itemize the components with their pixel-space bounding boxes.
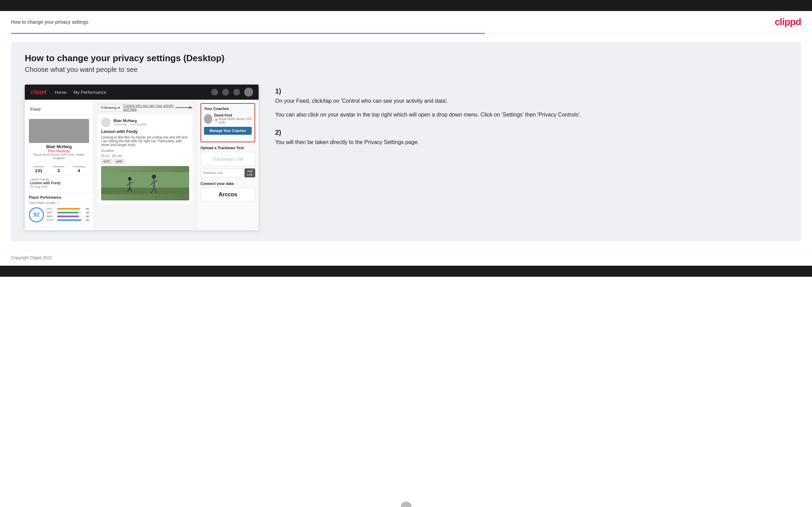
location-dot-icon: 📍 xyxy=(214,119,218,122)
profile-handicap: Plus Handicap xyxy=(29,149,89,153)
add-link-button[interactable]: Add Link xyxy=(245,168,255,177)
trackman-input-row: Add Link xyxy=(201,168,255,177)
post-golf-image xyxy=(101,166,189,200)
coaches-section-title: Your Coaches xyxy=(204,107,252,111)
step2-text xyxy=(283,130,284,136)
manage-coaches-button[interactable]: Manage Your Coaches xyxy=(204,127,252,135)
app-right-panel: Your Coaches David Ford 📍 Royal North De… xyxy=(197,100,259,230)
stat-activities: Activities 131 xyxy=(33,165,44,173)
player-performance: Player Performance Total Player Quality … xyxy=(25,192,93,225)
stat-followers-label: Followers xyxy=(53,165,64,168)
feed-tab[interactable]: Feed xyxy=(25,104,93,115)
golfer-svg xyxy=(101,166,189,200)
profile-name: Blair McHarg xyxy=(29,144,89,149)
post-duration-label: Duration xyxy=(101,149,189,153)
instruction-step-1: 1) On your Feed, click/tap on 'Control w… xyxy=(275,87,787,119)
stat-following-label: Following xyxy=(73,165,85,168)
bar-arg: ARG 86 xyxy=(47,215,89,218)
coach-item: David Ford 📍 Royal North Devon Golf Club xyxy=(204,113,252,124)
app-screenshot: clippd Home My Performance Feed xyxy=(25,85,787,230)
connect-section-title: Connect your data xyxy=(201,181,255,186)
top-bar xyxy=(0,0,812,11)
app-logo: clippd xyxy=(30,89,46,95)
post-tags: OTT APP xyxy=(101,159,189,164)
arccos-badge: Arccos xyxy=(201,188,255,201)
header: How to change your privacy settings clip… xyxy=(0,11,812,33)
following-button[interactable]: Following ▾ xyxy=(98,104,123,111)
post-description: Looking to feel like my hands are exitin… xyxy=(101,135,189,147)
post-user-info: Blair McHarg Yesterday · Sunningdale xyxy=(113,119,147,126)
bar-putt-val: 96 xyxy=(84,219,89,222)
arrow-right-icon xyxy=(175,105,193,110)
svg-point-10 xyxy=(152,174,156,179)
upload-section: Upload a Trackman Test Trackman Link Add… xyxy=(201,146,255,177)
bar-putt-label: PUTT xyxy=(47,219,56,222)
profile-stats: Activities 131 Followers 3 Following 4 xyxy=(29,163,89,176)
stat-following-value: 4 xyxy=(73,168,85,173)
footer: Copyright Clippd 2022 xyxy=(0,250,812,266)
bar-app-fill xyxy=(57,212,78,213)
post-user-avatar xyxy=(101,118,111,127)
bar-ott-label: OTT xyxy=(47,207,56,210)
search-icon[interactable] xyxy=(211,89,218,96)
clippd-logo: clippd xyxy=(775,16,801,27)
coach-club: 📍 Royal North Devon Golf Club xyxy=(214,117,252,124)
bar-ott-val: 90 xyxy=(84,207,89,210)
nav-home[interactable]: Home xyxy=(55,90,67,95)
stat-activities-value: 131 xyxy=(33,168,44,173)
instruction-step-2: 2) You will then be taken directly to th… xyxy=(275,129,787,147)
post-meta: Yesterday · Sunningdale xyxy=(113,123,147,126)
quality-area: 92 OTT 90 APP xyxy=(29,207,89,222)
quality-label: Total Player Quality ⓘ xyxy=(29,201,89,205)
svg-point-4 xyxy=(128,177,131,180)
coaches-section: Your Coaches David Ford 📍 Royal North De… xyxy=(204,107,252,135)
stat-activities-label: Activities xyxy=(33,165,44,168)
profile-club: Royal North Devon Golf Club, United King… xyxy=(29,153,89,160)
avatar-icon[interactable] xyxy=(244,88,253,97)
page-browser-title: How to change your privacy settings xyxy=(11,19,88,25)
header-divider xyxy=(11,33,801,34)
page-title: How to change your privacy settings (Des… xyxy=(25,53,787,64)
score-circle: 92 xyxy=(29,207,44,222)
nav-links: Home My Performance xyxy=(55,90,106,95)
step2-number: 2) xyxy=(275,129,281,136)
control-privacy-link[interactable]: Control who can see your activity and da… xyxy=(123,104,174,111)
post-username: Blair McHarg xyxy=(113,119,147,123)
stat-followers-value: 3 xyxy=(53,168,64,173)
performance-title: Player Performance xyxy=(29,196,89,199)
mock-app-window: clippd Home My Performance Feed xyxy=(25,85,259,230)
bar-ott: OTT 90 xyxy=(47,207,89,210)
nav-my-performance[interactable]: My Performance xyxy=(74,90,106,95)
bar-putt-track xyxy=(57,219,82,221)
app-body: Feed Blair McHarg Plus Handicap Royal No… xyxy=(25,100,259,230)
trackman-link-input[interactable] xyxy=(201,168,243,177)
connect-section: Connect your data Arccos xyxy=(201,181,255,201)
bar-app: APP 85 xyxy=(47,211,89,214)
user-icon[interactable] xyxy=(222,89,229,96)
page-subtitle: Choose what you want people to see xyxy=(25,66,787,74)
bar-arg-val: 86 xyxy=(84,215,89,218)
stat-following: Following 4 xyxy=(73,165,85,173)
instructions-panel: 1) On your Feed, click/tap on 'Control w… xyxy=(270,85,787,156)
step1-number: 1) xyxy=(275,87,281,95)
bar-putt-fill xyxy=(57,219,81,221)
step1-content: 1) On your Feed, click/tap on 'Control w… xyxy=(275,87,787,119)
location-icon[interactable] xyxy=(233,89,240,96)
bar-arg-track xyxy=(57,216,82,217)
bar-putt: PUTT 96 xyxy=(47,219,89,222)
bar-arg-fill xyxy=(57,216,79,217)
latest-activity-title: Lesson with Fordy xyxy=(30,181,88,185)
latest-activity-date: 03 Aug 2022 xyxy=(30,185,88,188)
tag-ott: OTT xyxy=(101,159,112,164)
coach-info: David Ford 📍 Royal North Devon Golf Club xyxy=(214,113,252,124)
profile-cover xyxy=(29,119,89,143)
dropdown-chevron-icon: ▾ xyxy=(118,106,120,110)
app-navbar: clippd Home My Performance xyxy=(25,85,259,100)
following-label: Following xyxy=(101,106,117,110)
trackman-placeholder: Trackman Link xyxy=(201,152,255,166)
tag-app: APP xyxy=(113,159,124,164)
feed-post: Blair McHarg Yesterday · Sunningdale Les… xyxy=(98,114,193,204)
coach-name: David Ford xyxy=(214,113,252,117)
feed-header: Following ▾ Control who can see your act… xyxy=(98,104,193,111)
bar-app-label: APP xyxy=(47,211,56,214)
